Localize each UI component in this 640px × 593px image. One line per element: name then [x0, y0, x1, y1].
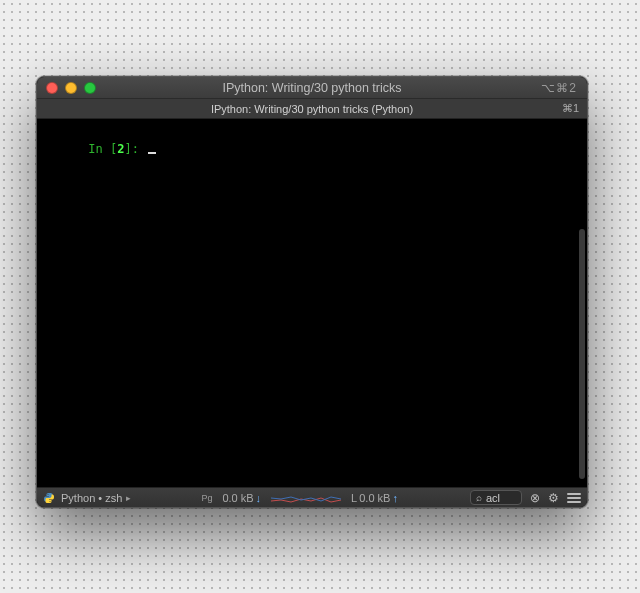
arrow-down-icon: ↓: [256, 492, 262, 504]
vertical-scrollbar[interactable]: [579, 229, 585, 479]
titlebar: IPython: Writing/30 python tricks ⌥⌘2: [37, 77, 587, 99]
status-right: ⌕ ⊗ ⚙: [470, 490, 581, 505]
pager-label: Pg: [201, 493, 212, 503]
net-download: 0.0 kB↓: [222, 492, 261, 504]
tab-bar: IPython: Writing/30 python tricks (Pytho…: [37, 99, 587, 119]
sparkline: [271, 493, 341, 503]
maximize-window-button[interactable]: [84, 82, 96, 94]
tab-label: IPython: Writing/30 python tricks (Pytho…: [211, 103, 413, 115]
arrow-up-icon: ↑: [392, 492, 398, 504]
status-center: Pg 0.0 kB↓ L 0.0 kB↑: [135, 492, 464, 504]
search-input[interactable]: [486, 492, 516, 504]
tab-hotkey: ⌘1: [562, 102, 579, 115]
search-icon: ⌕: [476, 492, 482, 503]
status-process-label: Python • zsh: [61, 492, 122, 504]
prompt-suffix: ]:: [125, 142, 147, 156]
window-title: IPython: Writing/30 python tricks: [37, 81, 587, 95]
prompt-number: 2: [117, 142, 124, 156]
python-icon: [43, 492, 55, 504]
net-down-value: 0.0 kB: [222, 492, 253, 504]
net-upload: L 0.0 kB↑: [351, 492, 398, 504]
chevron-right-icon: ▸: [126, 493, 131, 503]
cursor: [148, 152, 156, 154]
minimize-window-button[interactable]: [65, 82, 77, 94]
terminal-window: IPython: Writing/30 python tricks ⌥⌘2 IP…: [36, 76, 588, 508]
gear-icon[interactable]: ⚙: [548, 491, 559, 505]
net-up-label: L: [351, 492, 357, 504]
menu-icon[interactable]: [567, 493, 581, 503]
status-bar: Python • zsh ▸ Pg 0.0 kB↓ L 0.0 kB↑ ⌕: [37, 487, 587, 507]
close-icon[interactable]: ⊗: [530, 491, 540, 505]
net-up-value: 0.0 kB: [359, 492, 390, 504]
window-hotkey-label: ⌥⌘2: [541, 81, 587, 95]
terminal[interactable]: In [2]:: [37, 119, 577, 487]
close-window-button[interactable]: [46, 82, 58, 94]
status-left: Python • zsh ▸: [43, 492, 129, 504]
window-controls: [37, 82, 96, 94]
status-search[interactable]: ⌕: [470, 490, 522, 505]
prompt-prefix: In [: [88, 142, 117, 156]
tab-ipython[interactable]: IPython: Writing/30 python tricks (Pytho…: [37, 99, 587, 118]
terminal-viewport: In [2]:: [37, 119, 587, 487]
